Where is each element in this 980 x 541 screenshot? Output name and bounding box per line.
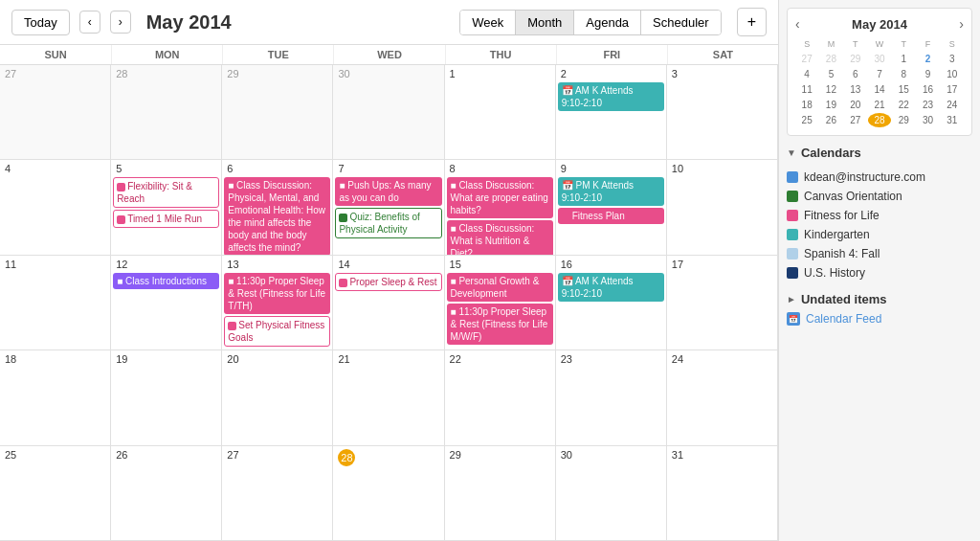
calendar-item-fitness[interactable]: Fitness for Life <box>787 206 972 225</box>
event-class-introductions[interactable]: ■ Class Introductions <box>113 273 219 289</box>
prev-button[interactable]: ‹ <box>79 11 100 34</box>
mini-day-17[interactable]: 17 <box>941 82 964 97</box>
calendar-cell-may21[interactable]: 21 <box>333 350 444 445</box>
calendar-cell-may30[interactable]: 30 <box>556 446 667 541</box>
calendars-section-header[interactable]: ▼ Calendars <box>787 146 972 160</box>
mini-day-20[interactable]: 20 <box>844 98 867 112</box>
mini-day-23[interactable]: 23 <box>916 98 939 112</box>
mini-day-19[interactable]: 19 <box>819 98 842 112</box>
mini-day-10[interactable]: 10 <box>941 67 964 81</box>
event-class-discussion-nutrition[interactable]: ■ Class Discussion: What is Nutrition & … <box>447 220 553 255</box>
calendar-cell-may9[interactable]: 9 📅 PM K Attends9:10-2:10 Fitness Plan <box>556 160 667 255</box>
event-am-k-attends-may2[interactable]: 📅 AM K Attends9:10-2:10 <box>558 82 664 111</box>
mini-day-2[interactable]: 2 <box>916 52 939 66</box>
mini-day-apr27[interactable]: 27 <box>795 52 818 66</box>
calendar-cell-may4[interactable]: 4 <box>0 160 111 255</box>
event-personal-growth[interactable]: ■ Personal Growth & Development <box>447 273 553 302</box>
mini-day-11[interactable]: 11 <box>795 82 818 97</box>
event-set-fitness-goals[interactable]: Set Physical Fitness Goals <box>224 316 330 347</box>
calendar-cell-may17[interactable]: 17 <box>667 256 778 350</box>
calendar-cell-may16[interactable]: 16 📅 AM K Attends9:10-2:10 <box>556 256 667 350</box>
mini-day-1[interactable]: 1 <box>892 52 915 66</box>
calendar-cell-may14[interactable]: 14 Proper Sleep & Rest <box>333 256 444 350</box>
event-class-discussion-eating[interactable]: ■ Class Discussion: What are proper eati… <box>447 177 553 218</box>
calendar-item-kdean[interactable]: kdean@instructure.com <box>787 168 972 187</box>
calendar-cell-may5[interactable]: 5 Flexibility: Sit & Reach Timed 1 Mile … <box>111 160 222 255</box>
scheduler-view-button[interactable]: Scheduler <box>640 11 721 34</box>
mini-day-6[interactable]: 6 <box>844 67 867 81</box>
mini-day-apr30[interactable]: 30 <box>868 52 891 66</box>
calendar-cell-may10[interactable]: 10 <box>667 160 778 255</box>
event-proper-sleep-mwf[interactable]: ■ 11:30p Proper Sleep & Rest (Fitness fo… <box>447 304 553 345</box>
calendar-cell-may28[interactable]: 28 <box>333 446 444 541</box>
week-view-button[interactable]: Week <box>460 11 515 34</box>
event-am-k-attends-may16[interactable]: 📅 AM K Attends9:10-2:10 <box>558 273 664 302</box>
event-quiz-benefits[interactable]: Quiz: Benefits of Physical Activity <box>335 208 441 238</box>
calendar-cell-may13[interactable]: 13 ■ 11:30p Proper Sleep & Rest (Fitness… <box>222 256 333 350</box>
calendar-cell-may24[interactable]: 24 <box>667 350 778 445</box>
calendar-item-history[interactable]: U.S. History <box>787 263 972 282</box>
mini-day-27[interactable]: 27 <box>844 113 867 127</box>
event-timed-mile[interactable]: Timed 1 Mile Run <box>113 210 219 228</box>
calendar-item-spanish[interactable]: Spanish 4: Fall <box>787 244 972 263</box>
mini-day-12[interactable]: 12 <box>819 82 842 97</box>
mini-day-30[interactable]: 30 <box>916 113 939 127</box>
add-event-button[interactable]: + <box>737 8 767 36</box>
calendar-cell-may23[interactable]: 23 <box>556 350 667 445</box>
calendar-cell-may26[interactable]: 26 <box>111 446 222 541</box>
mini-day-18[interactable]: 18 <box>795 98 818 112</box>
mini-next-button[interactable]: › <box>959 16 964 32</box>
mini-day-16[interactable]: 16 <box>916 82 939 97</box>
calendar-cell-apr27[interactable]: 27 <box>0 65 111 160</box>
mini-day-apr28[interactable]: 28 <box>819 52 842 66</box>
calendar-cell-may3[interactable]: 3 <box>667 65 778 160</box>
calendar-cell-may6[interactable]: 6 ■ Class Discussion: Physical, Mental, … <box>222 160 333 255</box>
calendar-cell-may12[interactable]: 12 ■ Class Introductions <box>111 256 222 350</box>
calendar-cell-apr30[interactable]: 30 <box>333 65 444 160</box>
mini-day-5[interactable]: 5 <box>819 67 842 81</box>
calendar-cell-may11[interactable]: 11 <box>0 256 111 350</box>
mini-day-8[interactable]: 8 <box>892 67 915 81</box>
calendar-cell-may18[interactable]: 18 <box>0 350 111 445</box>
calendar-cell-may20[interactable]: 20 <box>222 350 333 445</box>
mini-day-29[interactable]: 29 <box>892 113 915 127</box>
calendar-cell-may27[interactable]: 27 <box>222 446 333 541</box>
mini-day-22[interactable]: 22 <box>892 98 915 112</box>
mini-day-13[interactable]: 13 <box>844 82 867 97</box>
mini-day-15[interactable]: 15 <box>892 82 915 97</box>
mini-day-3[interactable]: 3 <box>941 52 964 66</box>
event-proper-sleep-rest[interactable]: Proper Sleep & Rest <box>335 273 441 291</box>
mini-day-apr29[interactable]: 29 <box>844 52 867 66</box>
calendar-cell-may22[interactable]: 22 <box>445 350 556 445</box>
mini-day-21[interactable]: 21 <box>868 98 891 112</box>
calendar-cell-apr28[interactable]: 28 <box>111 65 222 160</box>
calendar-cell-may7[interactable]: 7 ■ Push Ups: As many as you can do Quiz… <box>333 160 444 255</box>
calendar-cell-may31[interactable]: 31 <box>667 446 778 541</box>
calendar-item-kindergarten[interactable]: Kindergarten <box>787 225 972 244</box>
event-flexibility[interactable]: Flexibility: Sit & Reach <box>113 177 219 208</box>
mini-day-31[interactable]: 31 <box>941 113 964 127</box>
event-fitness-plan[interactable]: Fitness Plan <box>558 208 664 224</box>
mini-day-25[interactable]: 25 <box>795 113 818 127</box>
mini-day-9[interactable]: 9 <box>916 67 939 81</box>
event-push-ups[interactable]: ■ Push Ups: As many as you can do <box>335 177 441 206</box>
event-class-discussion-physical[interactable]: ■ Class Discussion: Physical, Mental, an… <box>224 177 330 255</box>
calendar-cell-may19[interactable]: 19 <box>111 350 222 445</box>
today-button[interactable]: Today <box>11 10 70 35</box>
mini-day-24[interactable]: 24 <box>941 98 964 112</box>
mini-prev-button[interactable]: ‹ <box>795 16 800 32</box>
calendar-feed-link[interactable]: 📅 Calendar Feed <box>787 312 972 326</box>
agenda-view-button[interactable]: Agenda <box>573 11 640 34</box>
mini-day-4[interactable]: 4 <box>795 67 818 81</box>
undated-header[interactable]: ► Undated items <box>787 292 972 306</box>
mini-day-28-today[interactable]: 28 <box>868 113 891 127</box>
calendar-cell-may1[interactable]: 1 <box>445 65 556 160</box>
calendar-cell-may2[interactable]: 2 📅 AM K Attends9:10-2:10 <box>556 65 667 160</box>
next-button[interactable]: › <box>110 11 131 34</box>
month-view-button[interactable]: Month <box>515 11 573 34</box>
event-pm-k-attends[interactable]: 📅 PM K Attends9:10-2:10 <box>558 177 664 206</box>
calendar-cell-may25[interactable]: 25 <box>0 446 111 541</box>
calendar-cell-may29[interactable]: 29 <box>445 446 556 541</box>
calendar-item-canvas[interactable]: Canvas Orientation <box>787 187 972 206</box>
event-proper-sleep-tth[interactable]: ■ 11:30p Proper Sleep & Rest (Fitness fo… <box>224 273 330 314</box>
